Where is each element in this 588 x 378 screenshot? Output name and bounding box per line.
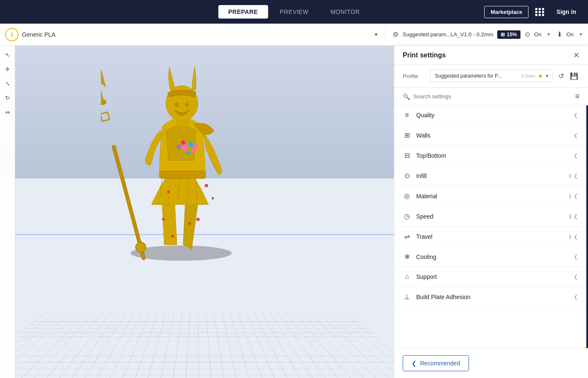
settings-item-quality[interactable]: ≡ Quality ❮	[394, 105, 586, 125]
travel-icon: ⇌	[403, 232, 411, 240]
travel-chevron: ❮	[574, 234, 578, 240]
svg-point-10	[191, 147, 197, 153]
svg-point-17	[185, 102, 189, 107]
topbottom-chevron: ❮	[574, 153, 578, 159]
support-chevron: ❮	[574, 274, 578, 280]
buildplate-label: Build Plate Adhesion	[416, 294, 569, 300]
profile-actions: ↺ 💾	[557, 71, 580, 81]
grid-floor	[0, 312, 394, 378]
download-dropdown-arrow[interactable]: ▼	[579, 32, 583, 37]
support-actions: ❮	[574, 274, 578, 280]
topbottom-actions: ❮	[574, 153, 578, 159]
buildplate-chevron: ❮	[574, 294, 578, 300]
svg-point-24	[205, 184, 208, 187]
material-dropdown-icon[interactable]: ▼	[374, 32, 379, 38]
close-panel-button[interactable]: ✕	[573, 51, 580, 59]
quality-icon: ⊞	[501, 32, 505, 38]
panel-header: Print settings ✕	[394, 46, 588, 65]
infill-info-icon[interactable]: ℹ	[569, 173, 571, 179]
settings-item-buildplate[interactable]: ⊥ Build Plate Adhesion ❮	[394, 287, 586, 307]
second-bar: 1 Generic PLA ▼ ⚙ Suggested param...LA_V…	[0, 24, 588, 46]
infill-chevron: ❮	[574, 173, 578, 179]
svg-point-8	[188, 142, 193, 147]
settings-item-infill[interactable]: ⊙ Infill ℹ ❮	[394, 166, 586, 186]
profile-name-label: Suggested param...LA_V1.0 - 0.2mm	[403, 31, 493, 38]
cooling-actions: ❮	[574, 254, 578, 260]
walls-label: Walls	[416, 132, 569, 139]
cooling-icon: ❄	[403, 253, 411, 261]
settings-item-material[interactable]: ◎ Material ℹ ❮	[394, 186, 586, 206]
quality-percent: 15%	[507, 32, 517, 38]
settings-item-travel[interactable]: ⇌ Travel ℹ ❮	[394, 227, 586, 247]
settings-item-topbottom[interactable]: ⊟ Top/Bottom ❮	[394, 146, 586, 166]
settings-item-support[interactable]: ⌂ Support ❮	[394, 267, 586, 287]
travel-label: Travel	[416, 233, 564, 240]
menu-icon[interactable]: ≡	[575, 92, 580, 101]
nav-tabs: PREPARE PREVIEW MONITOR	[218, 5, 370, 19]
grid-apps-icon[interactable]	[534, 6, 546, 18]
profile-label: Profile	[403, 73, 426, 79]
search-input[interactable]	[413, 93, 572, 100]
download-on-label: On	[566, 31, 574, 38]
speed-info-icon[interactable]: ℹ	[569, 213, 571, 220]
3d-viewport: ↖ ✛ ⤡ ↻ ⇔	[0, 46, 394, 378]
material-info-icon[interactable]: ℹ	[569, 193, 571, 200]
rotate-tool-button[interactable]: ↻	[2, 92, 14, 104]
svg-point-16	[175, 102, 179, 107]
recommended-button[interactable]: ❮ Recommended	[403, 355, 469, 371]
tab-preview[interactable]: PREVIEW	[270, 5, 319, 19]
top-navigation: PREPARE PREVIEW MONITOR Marketplace Sign…	[0, 0, 588, 24]
walls-icon: ⊞	[403, 131, 411, 139]
settings-item-walls[interactable]: ⊞ Walls ❮	[394, 125, 586, 146]
support-dropdown-arrow[interactable]: ▼	[547, 32, 551, 37]
speed-label: Speed	[416, 213, 564, 220]
profile-text: Suggested parameters for P...	[435, 73, 518, 79]
profile-chevron-icon: ▾	[546, 73, 548, 79]
search-icon: 🔍	[403, 93, 410, 100]
marketplace-button[interactable]: Marketplace	[484, 6, 528, 18]
mirror-tool-button[interactable]: ⇔	[2, 106, 14, 118]
speed-actions: ℹ ❮	[569, 213, 578, 220]
settings-item-cooling[interactable]: ❄ Cooling ❮	[394, 247, 586, 267]
separator	[385, 28, 386, 41]
profile-dropdown[interactable]: Suggested parameters for P... 0.2mm ★ ▾	[430, 70, 553, 82]
settings-item-speed[interactable]: ◷ Speed ℹ ❮	[394, 206, 586, 227]
recommended-chevron-icon: ❮	[412, 360, 417, 367]
svg-point-29	[211, 197, 214, 200]
buildplate-actions: ❮	[574, 294, 578, 300]
topbottom-label: Top/Bottom	[416, 152, 569, 159]
material-number-badge: 1	[5, 28, 19, 41]
select-tool-button[interactable]: ↖	[2, 49, 14, 61]
download-icon: ⬇	[557, 30, 562, 38]
left-toolbar: ↖ ✛ ⤡ ↻ ⇔	[0, 46, 15, 378]
quality-label: Quality	[416, 112, 569, 119]
tab-monitor[interactable]: MONITOR	[320, 5, 370, 19]
svg-point-9	[181, 140, 185, 145]
reset-profile-button[interactable]: ↺	[557, 71, 565, 81]
support-icon: ⌂	[403, 273, 411, 281]
material-name: Generic PLA	[22, 31, 370, 38]
svg-point-25	[167, 191, 170, 193]
tab-prepare[interactable]: PREPARE	[218, 5, 268, 19]
nav-right: Marketplace Sign in	[484, 6, 581, 18]
scale-tool-button[interactable]: ⤡	[2, 78, 14, 89]
svg-point-26	[188, 222, 191, 225]
profile-version: 0.2mm	[521, 73, 535, 78]
speed-chevron: ❮	[574, 213, 578, 219]
travel-info-icon[interactable]: ℹ	[569, 233, 571, 240]
svg-point-12	[176, 144, 182, 149]
quality-chevron: ❮	[574, 112, 578, 118]
profile-bar: ⚙ Suggested param...LA_V1.0 - 0.2mm ⊞ 15…	[393, 30, 583, 39]
svg-rect-22	[101, 112, 109, 122]
settings-list: ≡ Quality ❮ ⊞ Walls ❮ ⊟ Top/Bottom ❮	[394, 105, 588, 348]
3d-model	[101, 46, 261, 262]
buildplate-icon: ⊥	[403, 293, 411, 301]
support-layer-icon: ⊙	[525, 30, 530, 38]
move-tool-button[interactable]: ✛	[2, 63, 14, 75]
travel-actions: ℹ ❮	[569, 233, 578, 240]
settings-sliders-icon: ⚙	[393, 30, 398, 38]
save-profile-button[interactable]: 💾	[569, 71, 580, 81]
material-selector: 1 Generic PLA ▼	[5, 28, 379, 41]
signin-button[interactable]: Sign in	[551, 6, 581, 18]
svg-point-28	[196, 218, 200, 221]
